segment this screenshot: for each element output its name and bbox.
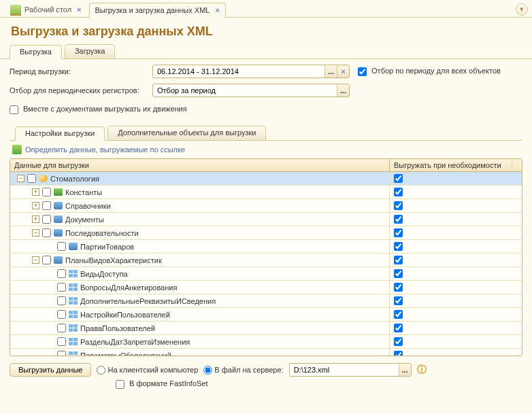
tree-row-checkbox[interactable] xyxy=(57,351,66,356)
grid-icon xyxy=(69,270,78,277)
tree-row[interactable]: −Последовательности xyxy=(10,226,522,240)
tree-row-checkbox[interactable] xyxy=(57,324,66,332)
tree-row-checkbox[interactable] xyxy=(42,188,51,196)
path-input[interactable] xyxy=(290,366,399,374)
to-client-label[interactable]: На клиентский компьютер xyxy=(97,366,198,375)
detect-link-text: Определить данные, выгружаемые по ссылке xyxy=(25,145,185,154)
fastinfoset-checkbox[interactable] xyxy=(116,380,124,389)
tree-row-label: Стоматология xyxy=(50,175,99,183)
with-docs-text: Вместе с документами выгружать их движен… xyxy=(23,105,187,113)
tree-row-required-checkbox[interactable] xyxy=(394,242,403,251)
tree-row-checkbox[interactable] xyxy=(57,296,66,305)
expand-icon[interactable]: + xyxy=(32,215,39,223)
tree-row[interactable]: ПраваПользователей xyxy=(10,322,522,335)
detect-link[interactable]: Определить данные, выгружаемые по ссылке xyxy=(0,141,532,157)
tree-row-required-checkbox[interactable] xyxy=(394,269,403,278)
to-server-radio[interactable] xyxy=(203,366,212,375)
tree-row-checkbox[interactable] xyxy=(42,228,51,237)
tree-row[interactable]: РазделыДатЗапретаИзменения xyxy=(10,335,522,349)
tree-row[interactable]: НастройкиПользователей xyxy=(10,308,522,322)
expand-icon[interactable]: + xyxy=(32,188,39,196)
help-icon[interactable]: ⓘ xyxy=(417,364,427,376)
tree-row-checkbox[interactable] xyxy=(57,269,66,278)
tree-row-required-checkbox[interactable] xyxy=(394,296,403,305)
with-docs-label[interactable]: Вместе с документами выгружать их движен… xyxy=(10,105,187,114)
fastinfoset-label[interactable]: В формате FastInfoSet xyxy=(116,379,208,389)
close-icon[interactable]: × xyxy=(77,5,81,14)
expand-placeholder xyxy=(47,297,54,305)
tree-row-required-checkbox[interactable] xyxy=(394,201,403,210)
tree-row-checkbox[interactable] xyxy=(57,310,66,319)
collapse-icon[interactable]: − xyxy=(32,229,39,237)
tree-row[interactable]: ПараметрыОбследований xyxy=(10,349,522,356)
collapse-icon[interactable]: − xyxy=(17,175,24,182)
scrollbar-header xyxy=(512,159,522,171)
period-select-button[interactable]: ... xyxy=(325,65,337,77)
periodic-select-button[interactable]: ... xyxy=(337,84,349,97)
period-input-box: ... × xyxy=(152,65,350,78)
tab-additional[interactable]: Дополнительные объекты для выгрузки xyxy=(107,126,266,140)
export-button[interactable]: Выгрузить данные xyxy=(10,363,91,377)
tree-row[interactable]: ПартииТоваров xyxy=(10,240,522,254)
tree-row-required-checkbox[interactable] xyxy=(394,215,403,224)
tree-row-required-checkbox[interactable] xyxy=(394,337,403,346)
to-server-label[interactable]: В файл на сервере: xyxy=(203,366,283,375)
data-tree-table: Данные для выгрузки Выгружать при необхо… xyxy=(10,158,522,356)
tree-row[interactable]: ВопросыДляАнкетирования xyxy=(10,281,522,294)
filter-all-checkbox[interactable] xyxy=(358,67,367,76)
tree-row-checkbox[interactable] xyxy=(27,174,36,183)
collapse-icon[interactable]: − xyxy=(32,256,39,264)
tab-import[interactable]: Загрузка xyxy=(65,44,115,58)
tree-row[interactable]: ДополнительныеРеквизитыИСведения xyxy=(10,294,522,308)
tree-row-checkbox[interactable] xyxy=(57,242,66,251)
expand-placeholder xyxy=(47,351,54,356)
grid-icon xyxy=(69,324,78,332)
table-body[interactable]: −Стоматология+Константы+Справочники+Доку… xyxy=(10,172,522,356)
periodic-input[interactable] xyxy=(153,86,337,94)
with-docs-checkbox[interactable] xyxy=(10,105,18,114)
tab-xml[interactable]: Выгрузка и загрузка данных XML × xyxy=(89,3,226,18)
tree-row[interactable]: +Константы xyxy=(10,186,522,199)
tree-row-required-checkbox[interactable] xyxy=(394,188,403,196)
period-clear-button[interactable]: × xyxy=(337,65,349,77)
col-required[interactable]: Выгружать при необходимости xyxy=(390,159,512,171)
period-input[interactable] xyxy=(153,67,325,75)
tree-row-checkbox[interactable] xyxy=(42,201,51,210)
col-data[interactable]: Данные для выгрузки xyxy=(10,159,390,171)
grid-icon xyxy=(69,297,78,305)
tree-row-required-checkbox[interactable] xyxy=(394,324,403,332)
filter-all-text: Отбор по периоду для всех объектов xyxy=(371,67,501,75)
tree-row[interactable]: −ПланыВидовХарактеристик xyxy=(10,254,522,267)
window-tabs: Рабочий стол × Выгрузка и загрузка данны… xyxy=(0,0,532,18)
tree-row-checkbox[interactable] xyxy=(42,215,51,224)
tree-row-required-checkbox[interactable] xyxy=(394,174,403,183)
tree-row-checkbox[interactable] xyxy=(42,256,51,264)
to-client-radio[interactable] xyxy=(97,366,105,375)
fastinfoset-text: В формате FastInfoSet xyxy=(129,379,207,387)
tree-row-checkbox[interactable] xyxy=(57,337,66,346)
tab-desktop[interactable]: Рабочий стол × xyxy=(4,2,88,17)
folder-icon xyxy=(39,175,48,182)
close-icon[interactable]: × xyxy=(215,6,219,14)
item-icon xyxy=(54,202,63,209)
tree-row[interactable]: +Справочники xyxy=(10,199,522,213)
page-title: Выгрузка и загрузка данных XML xyxy=(0,18,532,44)
tree-row-label: РазделыДатЗапретаИзменения xyxy=(80,338,190,346)
tree-row[interactable]: −Стоматология xyxy=(10,172,522,186)
tree-row-checkbox[interactable] xyxy=(57,283,66,292)
tree-row-required-checkbox[interactable] xyxy=(394,228,403,237)
tree-row-required-checkbox[interactable] xyxy=(394,351,403,356)
path-browse-button[interactable]: ... xyxy=(399,364,411,376)
periodic-label: Отбор для периодических регистров: xyxy=(10,86,152,94)
tree-row-required-checkbox[interactable] xyxy=(394,256,403,264)
tree-row-required-checkbox[interactable] xyxy=(394,310,403,319)
filter-all-label[interactable]: Отбор по периоду для всех объектов xyxy=(358,67,501,76)
tree-row-required-checkbox[interactable] xyxy=(394,283,403,292)
tree-row-label: ПланыВидовХарактеристик xyxy=(65,256,162,264)
tab-export[interactable]: Выгрузка xyxy=(10,45,62,59)
tree-row[interactable]: +Документы xyxy=(10,213,522,226)
window-menu-button[interactable]: ▾ xyxy=(516,3,528,16)
tab-settings[interactable]: Настройки выгрузки xyxy=(15,126,105,141)
tree-row[interactable]: ВидыДоступа xyxy=(10,267,522,281)
expand-icon[interactable]: + xyxy=(32,202,39,209)
